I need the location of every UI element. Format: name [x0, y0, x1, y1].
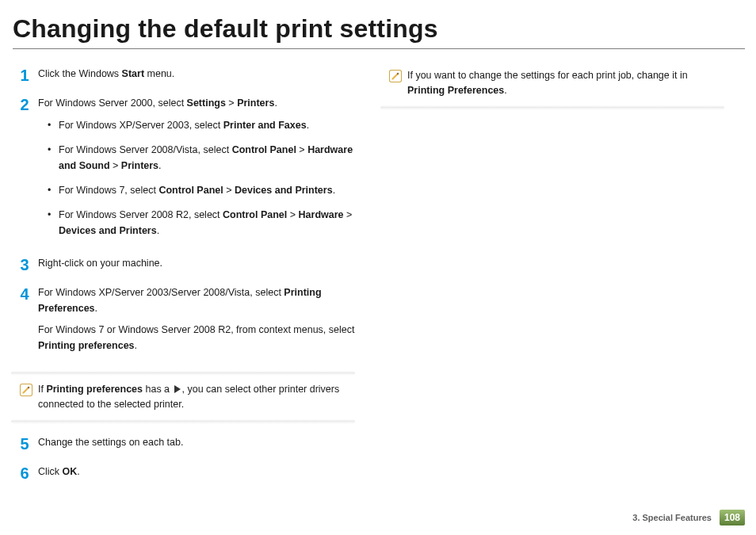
- step-5: 5 Change the settings on each tab.: [11, 435, 355, 457]
- footer-chapter: 3. Special Features: [632, 513, 712, 522]
- step-3: 3 Right-click on your machine.: [11, 256, 355, 277]
- step-body: For Windows Server 2000, select Settings…: [38, 96, 355, 248]
- step-1: 1 Click the Windows Start menu.: [11, 67, 355, 88]
- step-number: 1: [11, 67, 38, 88]
- note-pencil-icon: [388, 69, 403, 83]
- text: >: [110, 160, 121, 171]
- column-layout: 1 Click the Windows Start menu. 2 For Wi…: [0, 49, 756, 492]
- footer: 3. Special Features 108: [632, 510, 745, 525]
- step-body: Click OK.: [38, 464, 355, 486]
- bold: OK: [63, 466, 78, 477]
- right-column: If you want to change the settings for e…: [371, 59, 735, 492]
- left-column: 1 Click the Windows Start menu. 2 For Wi…: [0, 59, 365, 492]
- text: >: [296, 144, 307, 155]
- note-bar: [11, 419, 355, 424]
- bold: Printer and Faxes: [223, 120, 307, 131]
- bold: Control Panel: [223, 209, 287, 220]
- step-number: 4: [11, 285, 38, 360]
- step-body: For Windows XP/Server 2003/Server 2008/V…: [38, 285, 355, 360]
- note-icon-cell: [14, 382, 38, 413]
- bold: Settings: [187, 97, 226, 109]
- bold: Printers: [237, 97, 274, 109]
- step-6: 6 Click OK.: [11, 464, 355, 486]
- text: >: [287, 209, 298, 220]
- bold: Start: [122, 68, 144, 79]
- step-body: Click the Windows Start menu.: [38, 67, 355, 88]
- text: .: [158, 160, 161, 171]
- step-number: 2: [11, 96, 38, 248]
- note-icon-cell: [384, 68, 407, 99]
- text: For Windows 7 or Windows Server 2008 R2,…: [38, 324, 354, 335]
- list-item: For Windows Server 2008/Vista, select Co…: [48, 143, 355, 174]
- bold: Printing preferences: [46, 384, 143, 395]
- text: For Windows 7, select: [59, 185, 158, 196]
- text: Click: [38, 466, 63, 477]
- text: .: [504, 85, 506, 96]
- text: If you want to change the settings for e…: [407, 70, 688, 81]
- text: .: [77, 466, 79, 477]
- text: For Windows Server 2008 R2, select: [59, 209, 223, 220]
- note-box: If you want to change the settings for e…: [380, 62, 724, 110]
- bold: Devices and Printers: [59, 225, 157, 236]
- text: .: [333, 185, 335, 196]
- text: Click the Windows: [38, 68, 122, 79]
- bold: Hardware: [299, 209, 344, 220]
- note-pencil-icon: [19, 383, 33, 397]
- text: For Windows XP/Server 2003, select: [59, 120, 223, 131]
- text: .: [157, 225, 159, 236]
- text: >: [226, 97, 237, 109]
- text: has a: [143, 384, 173, 395]
- text: For Windows Server 2008/Vista, select: [59, 144, 232, 155]
- list-item: For Windows Server 2008 R2, select Contr…: [48, 208, 355, 239]
- text: >: [223, 185, 235, 196]
- page: Changing the default print settings 1 Cl…: [0, 0, 756, 535]
- note-bar: [380, 105, 724, 110]
- triangle-icon: [174, 385, 181, 393]
- text: Right-click on your machine.: [38, 256, 355, 271]
- text: menu.: [144, 68, 174, 79]
- text: .: [95, 303, 97, 314]
- text: If: [38, 384, 46, 395]
- note-box: If Printing preferences has a , you can …: [11, 371, 355, 424]
- bold: Printing Preferences: [407, 85, 504, 96]
- step-2: 2 For Windows Server 2000, select Settin…: [11, 96, 355, 248]
- list-item: For Windows 7, select Control Panel > De…: [48, 183, 355, 198]
- bold: Control Panel: [158, 185, 223, 196]
- text: .: [307, 120, 309, 131]
- text: .: [135, 340, 137, 351]
- note-body: If you want to change the settings for e…: [380, 62, 724, 105]
- text: For Windows XP/Server 2003/Server 2008/V…: [38, 287, 284, 298]
- text: Change the settings on each tab.: [38, 435, 355, 450]
- bold: Printing preferences: [38, 340, 135, 351]
- step-body: Change the settings on each tab.: [38, 435, 355, 457]
- bold: Printers: [121, 160, 158, 171]
- text: .: [274, 97, 277, 109]
- bold: Control Panel: [232, 144, 296, 155]
- page-title: Changing the default print settings: [0, 0, 756, 48]
- step-body: Right-click on your machine.: [38, 256, 355, 277]
- note-body: If Printing preferences has a , you can …: [11, 376, 355, 419]
- sub-list: For Windows XP/Server 2003, select Print…: [38, 118, 355, 239]
- step-4: 4 For Windows XP/Server 2003/Server 2008…: [11, 285, 355, 360]
- step-number: 3: [11, 256, 38, 277]
- list-item: For Windows XP/Server 2003, select Print…: [48, 118, 355, 133]
- text: >: [344, 209, 353, 220]
- step-number: 5: [11, 435, 38, 457]
- text: For Windows Server 2000, select: [38, 97, 187, 109]
- step-number: 6: [11, 464, 38, 486]
- page-number-badge: 108: [720, 510, 745, 525]
- bold: Devices and Printers: [235, 185, 333, 196]
